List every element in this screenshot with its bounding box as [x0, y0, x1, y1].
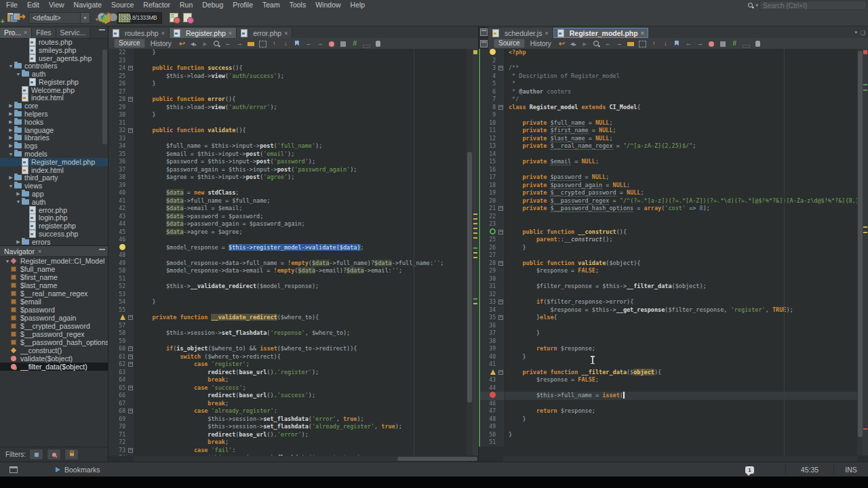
warn-icon[interactable]	[120, 314, 125, 320]
gutter-cell[interactable]: 12	[479, 135, 498, 143]
gutter-cell[interactable]: 31	[108, 119, 127, 127]
fold-cell[interactable]	[498, 376, 505, 384]
fold-cell[interactable]	[127, 431, 135, 439]
fold-cell[interactable]	[127, 142, 135, 150]
fold-cell[interactable]	[127, 306, 135, 314]
search-input[interactable]	[760, 1, 867, 10]
expand-icon[interactable]: ▶	[15, 191, 22, 197]
gutter-cell[interactable]: 33	[108, 135, 127, 143]
gutter-cell[interactable]: 23	[479, 220, 498, 228]
gutter-cell[interactable]: 22	[108, 49, 127, 57]
gutter-cell[interactable]: 25	[108, 73, 127, 81]
tree-item-hooks[interactable]: ▶hooks	[0, 118, 108, 126]
gutter-cell[interactable]: 44	[479, 384, 498, 392]
editor-tab-scheduler-js[interactable]: scheduler.js×	[488, 28, 553, 38]
minimize-panel-icon[interactable]	[99, 29, 105, 30]
split-document-icon[interactable]	[480, 28, 488, 36]
fold-cell[interactable]	[127, 329, 135, 338]
notification-badge[interactable]: 1	[745, 466, 754, 474]
fold-cell[interactable]: −	[498, 314, 505, 322]
fold-cell[interactable]	[127, 376, 135, 384]
fold-cell[interactable]	[498, 158, 505, 166]
gutter-cell[interactable]: 37	[108, 166, 127, 174]
tree-item-views[interactable]: ▼views	[0, 182, 108, 190]
fold-collapse-icon[interactable]: −	[498, 261, 503, 266]
tab-close-icon[interactable]: ×	[545, 30, 548, 37]
expand-icon[interactable]: ▶	[7, 103, 14, 108]
toggle-highlight-icon[interactable]	[246, 39, 256, 48]
tree-item-errors[interactable]: ▶errors	[0, 238, 108, 245]
fold-cell[interactable]: −	[127, 96, 135, 104]
fold-cell[interactable]	[498, 236, 505, 244]
gutter-cell[interactable]: 27	[479, 251, 498, 260]
tab-list-icon[interactable]: ▾	[854, 30, 857, 35]
history-button[interactable]: History	[526, 40, 555, 47]
expand-icon[interactable]: ▶	[7, 135, 14, 140]
tree-item-error-php[interactable]: error.php	[0, 206, 108, 214]
gutter-cell[interactable]: 36	[479, 322, 498, 330]
expand-icon[interactable]: ▶	[7, 127, 14, 133]
next-occurrence-icon[interactable]	[235, 39, 245, 48]
fold-cell[interactable]: −	[127, 447, 135, 455]
gutter-cell[interactable]: 69	[108, 415, 127, 424]
tree-item-routes-php[interactable]: routes.php	[0, 38, 108, 46]
fold-cell[interactable]	[498, 150, 505, 159]
minimize-panel-icon[interactable]	[99, 249, 105, 250]
search-icon[interactable]	[747, 2, 754, 9]
expand-fold-icon[interactable]	[480, 40, 488, 47]
fold-cell[interactable]	[498, 174, 505, 182]
db-icon[interactable]	[373, 39, 383, 48]
warn-icon[interactable]	[490, 369, 496, 375]
navigator-item[interactable]: $password	[0, 306, 108, 314]
fold-cell[interactable]: −	[127, 407, 135, 415]
navigator-item[interactable]: $__real_name_regex	[0, 289, 108, 298]
fold-cell[interactable]	[498, 407, 505, 415]
fold-cell[interactable]	[498, 88, 505, 96]
tab-files[interactable]: Files	[32, 28, 56, 38]
gutter-cell[interactable]: 38	[479, 338, 498, 346]
fold-cell[interactable]	[498, 392, 505, 400]
gutter-cell[interactable]: 63	[108, 369, 127, 377]
gutter-cell[interactable]	[108, 314, 127, 322]
editor-tab-routes-php[interactable]: routes.php×	[108, 28, 170, 38]
gutter-cell[interactable]: 42	[108, 205, 127, 213]
collapse-icon[interactable]: ▼	[15, 72, 22, 77]
error-stripe[interactable]	[863, 49, 868, 455]
fold-cell[interactable]: −	[127, 64, 135, 73]
gutter-cell[interactable]: 9	[479, 111, 498, 119]
collapse-icon[interactable]: ▼	[7, 152, 14, 157]
find-selection-icon[interactable]	[212, 39, 222, 48]
gutter-cell[interactable]: 10	[479, 119, 498, 127]
fold-cell[interactable]: −	[127, 345, 135, 353]
gutter-cell[interactable]: 58	[108, 329, 127, 338]
prev-bookmark-icon[interactable]	[649, 39, 659, 48]
fold-cell[interactable]	[498, 80, 505, 88]
gutter-cell[interactable]: 55	[108, 306, 127, 314]
record-macro-icon[interactable]	[707, 39, 717, 48]
tree-item-models[interactable]: ▼models	[0, 150, 108, 158]
error-stripe[interactable]	[473, 49, 478, 455]
menu-source[interactable]: Source	[106, 1, 138, 9]
expand-icon[interactable]: ▶	[7, 111, 14, 117]
forward-icon[interactable]	[200, 39, 210, 48]
fold-collapse-icon[interactable]: −	[498, 66, 503, 70]
fold-cell[interactable]	[498, 189, 505, 197]
memory-widget[interactable]: 353.8/1333MB	[117, 12, 162, 24]
fold-cell[interactable]	[498, 291, 505, 299]
fold-cell[interactable]: −	[127, 384, 135, 392]
navigator-item[interactable]: $first_name	[0, 273, 108, 281]
fold-cell[interactable]	[498, 73, 505, 81]
gutter-cell[interactable]: 28	[108, 96, 127, 104]
filter-sort-button[interactable]	[47, 449, 61, 460]
menu-view[interactable]: View	[44, 1, 69, 9]
gutter-cell[interactable]: 24	[108, 64, 127, 73]
fold-collapse-icon[interactable]: −	[128, 128, 133, 133]
tab-services[interactable]: Servic...	[56, 28, 91, 38]
comment-lines-icon[interactable]	[350, 39, 360, 48]
tree-item-third-party[interactable]: ▶third_party	[0, 174, 108, 182]
navigator-item[interactable]: __construct()	[0, 346, 108, 354]
fold-collapse-icon[interactable]: −	[498, 300, 503, 304]
db-icon[interactable]	[753, 39, 763, 48]
fold-cell[interactable]	[127, 73, 135, 81]
gutter-cell[interactable]: 47	[479, 407, 498, 415]
